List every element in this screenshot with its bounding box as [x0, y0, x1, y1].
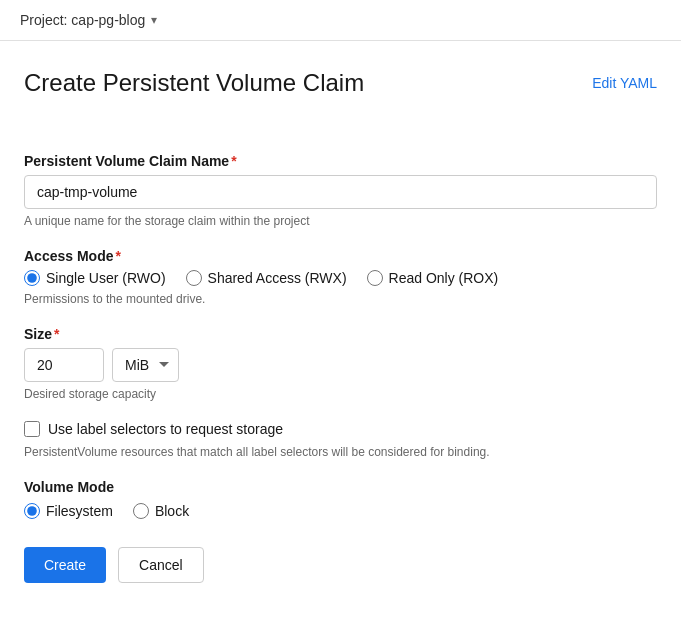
access-mode-helper: Permissions to the mounted drive. [24, 292, 657, 306]
radio-rwo-label: Single User (RWO) [46, 270, 166, 286]
pvc-name-input[interactable] [24, 175, 657, 209]
radio-rwo[interactable] [24, 270, 40, 286]
size-unit-select[interactable]: MiB GiB TiB [112, 348, 179, 382]
radio-option-rox[interactable]: Read Only (ROX) [367, 270, 499, 286]
volume-mode-section: Volume Mode Filesystem Block [24, 479, 657, 519]
pvc-name-helper: A unique name for the storage claim with… [24, 214, 657, 228]
top-bar: Project: cap-pg-blog ▾ [0, 0, 681, 41]
volume-mode-radio-group: Filesystem Block [24, 503, 657, 519]
create-button[interactable]: Create [24, 547, 106, 583]
radio-option-rwx[interactable]: Shared Access (RWX) [186, 270, 347, 286]
size-helper: Desired storage capacity [24, 387, 657, 401]
main-content: Create Persistent Volume Claim Edit YAML… [0, 41, 681, 611]
radio-rox[interactable] [367, 270, 383, 286]
project-dropdown-icon[interactable]: ▾ [151, 13, 157, 27]
label-selectors-section: Use label selectors to request storage P… [24, 421, 657, 459]
size-input-row: MiB GiB TiB [24, 348, 657, 382]
edit-yaml-button[interactable]: Edit YAML [592, 75, 657, 91]
label-selectors-helper: PersistentVolume resources that match al… [24, 445, 657, 459]
radio-rwx-label: Shared Access (RWX) [208, 270, 347, 286]
pvc-name-section: Persistent Volume Claim Name* A unique n… [24, 153, 657, 228]
project-label: Project: cap-pg-blog [20, 12, 145, 28]
access-mode-radio-group: Single User (RWO) Shared Access (RWX) Re… [24, 270, 657, 286]
radio-block[interactable] [133, 503, 149, 519]
size-label: Size* [24, 326, 657, 342]
radio-rox-label: Read Only (ROX) [389, 270, 499, 286]
volume-mode-label: Volume Mode [24, 479, 657, 495]
button-row: Create Cancel [24, 547, 657, 583]
pvc-name-label: Persistent Volume Claim Name* [24, 153, 657, 169]
required-star: * [231, 153, 236, 169]
radio-option-rwo[interactable]: Single User (RWO) [24, 270, 166, 286]
radio-option-block[interactable]: Block [133, 503, 189, 519]
access-mode-required-star: * [115, 248, 120, 264]
radio-block-label: Block [155, 503, 189, 519]
radio-filesystem-label: Filesystem [46, 503, 113, 519]
radio-filesystem[interactable] [24, 503, 40, 519]
label-selectors-row: Use label selectors to request storage [24, 421, 657, 437]
radio-rwx[interactable] [186, 270, 202, 286]
size-section: Size* MiB GiB TiB Desired storage capaci… [24, 326, 657, 401]
label-selectors-checkbox[interactable] [24, 421, 40, 437]
radio-option-filesystem[interactable]: Filesystem [24, 503, 113, 519]
cancel-button[interactable]: Cancel [118, 547, 204, 583]
size-required-star: * [54, 326, 59, 342]
label-selectors-label[interactable]: Use label selectors to request storage [48, 421, 283, 437]
title-row: Create Persistent Volume Claim Edit YAML [24, 69, 657, 125]
size-input[interactable] [24, 348, 104, 382]
access-mode-label: Access Mode* [24, 248, 657, 264]
access-mode-section: Access Mode* Single User (RWO) Shared Ac… [24, 248, 657, 306]
page-title: Create Persistent Volume Claim [24, 69, 364, 97]
